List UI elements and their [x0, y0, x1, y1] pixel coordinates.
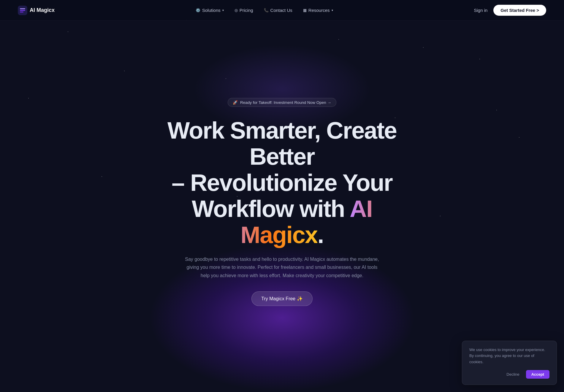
announcement-text: Ready for Takeoff: Investment Round Now …: [240, 100, 331, 105]
hero-subtitle: Say goodbye to repetitive tasks and hell…: [184, 255, 380, 280]
solutions-icon: ⚙️: [196, 8, 200, 12]
nav-item-resources[interactable]: ▦ Resources ▾: [299, 6, 337, 15]
hero-headline: Work Smarter, Create Better – Revolution…: [148, 118, 416, 248]
headline-line3: Workflow with: [192, 196, 350, 222]
cookie-actions: Decline Accept: [469, 370, 549, 379]
cookie-decline-button[interactable]: Decline: [503, 370, 523, 379]
logo-text: AI Magicx: [30, 7, 55, 13]
nav-item-pricing[interactable]: ◎ Pricing: [230, 6, 257, 15]
nav-right: Sign in Get Started Free >: [474, 5, 546, 16]
logo[interactable]: AI Magicx: [18, 6, 55, 15]
contact-label: Contact Us: [270, 8, 292, 13]
nav-item-contact[interactable]: 📞 Contact Us: [260, 6, 297, 15]
announcement-badge[interactable]: 🚀 Ready for Takeoff: Investment Round No…: [228, 98, 336, 107]
cookie-banner: We use cookies to improve your experienc…: [462, 341, 557, 385]
pricing-icon: ◎: [235, 8, 238, 12]
navbar: AI Magicx ⚙️ Solutions ▾ ◎ Pricing 📞 Con…: [0, 0, 564, 21]
cookie-text: We use cookies to improve your experienc…: [469, 347, 549, 365]
try-button[interactable]: Try Magicx Free ✨: [251, 291, 312, 306]
svg-rect-1: [20, 8, 25, 9]
chevron-down-icon-resources: ▾: [332, 9, 333, 12]
pricing-label: Pricing: [240, 8, 253, 13]
headline-line2: – Revolutionize Your: [172, 169, 392, 196]
get-started-button[interactable]: Get Started Free >: [493, 5, 546, 16]
headline-dot: .: [317, 222, 323, 248]
cookie-accept-button[interactable]: Accept: [526, 370, 549, 379]
contact-icon: 📞: [264, 8, 269, 12]
rocket-icon: 🚀: [233, 100, 238, 105]
svg-rect-3: [20, 12, 23, 12]
nav-links: ⚙️ Solutions ▾ ◎ Pricing 📞 Contact Us ▦ …: [191, 6, 337, 15]
resources-label: Resources: [308, 8, 330, 13]
chevron-down-icon: ▾: [222, 9, 224, 12]
resources-icon: ▦: [303, 8, 307, 12]
svg-rect-2: [20, 10, 25, 11]
hero-section: 🚀 Ready for Takeoff: Investment Round No…: [0, 0, 564, 392]
nav-item-solutions[interactable]: ⚙️ Solutions ▾: [191, 6, 228, 15]
solutions-label: Solutions: [202, 8, 221, 13]
sign-in-link[interactable]: Sign in: [474, 8, 487, 13]
headline-line1: Work Smarter, Create Better: [167, 117, 397, 170]
